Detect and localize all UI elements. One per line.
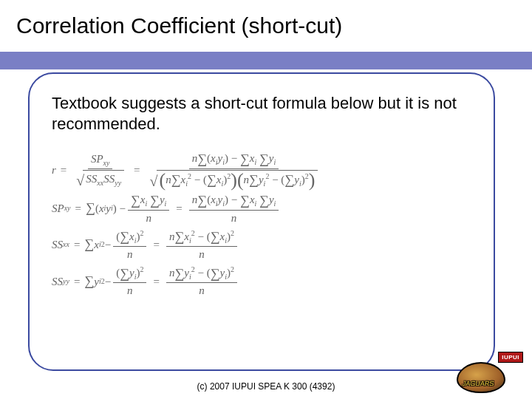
iupui-jaguars-logo: IUPUI JAGUARS: [457, 352, 523, 393]
logo-banner: IUPUI: [498, 352, 523, 363]
jaguar-icon: [457, 362, 505, 393]
content-frame: Textbook suggests a short-cut formula be…: [28, 72, 495, 371]
formula-block: r = SPxy SSxxSSyy = n∑(xiyi) − ∑xi ∑yi (…: [52, 151, 471, 297]
formula-ssxx: SSxx = ∑xi2 − (∑xi)2n = n∑xi2 − (∑xi)2n: [52, 229, 471, 261]
formula-sp: SPxy = ∑(xiyi) − ∑xi ∑yin = n∑(xiyi) − ∑…: [52, 193, 471, 225]
copyright-footer: (c) 2007 IUPUI SPEA K 300 (4392): [0, 381, 532, 392]
logo-text: JAGUARS: [462, 380, 494, 387]
body-text: Textbook suggests a short-cut formula be…: [52, 93, 471, 134]
var-r: r: [52, 163, 56, 177]
formula-r: r = SPxy SSxxSSyy = n∑(xiyi) − ∑xi ∑yi (…: [52, 151, 471, 188]
accent-band: [0, 52, 532, 69]
formula-ssyy: SSyy = ∑yi2 − (∑yi)2n = n∑yi2 − (∑yi)2n: [52, 265, 471, 297]
slide-title: Correlation Coefficient (short-cut): [16, 13, 532, 38]
